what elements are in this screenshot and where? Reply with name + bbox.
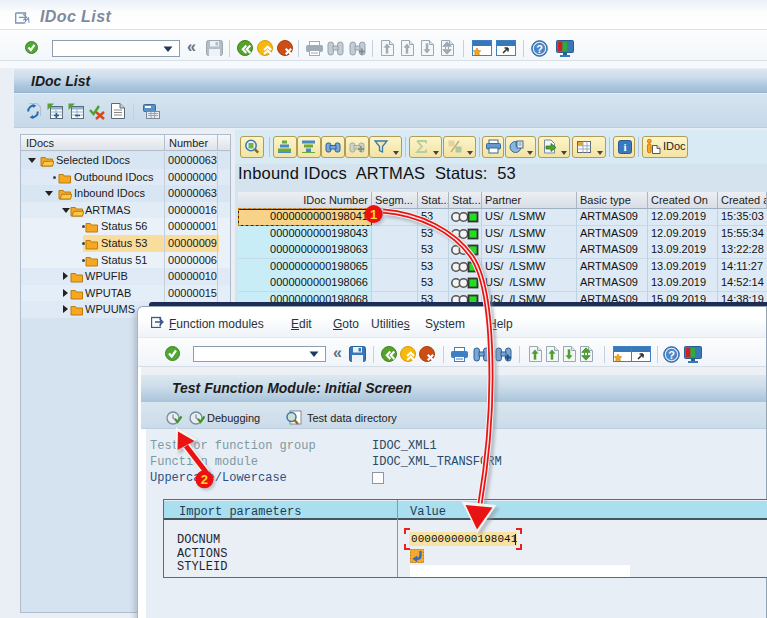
svg-text:?: ? (668, 349, 675, 361)
svg-text:?: ? (536, 43, 543, 55)
svg-text:i: i (623, 141, 626, 153)
